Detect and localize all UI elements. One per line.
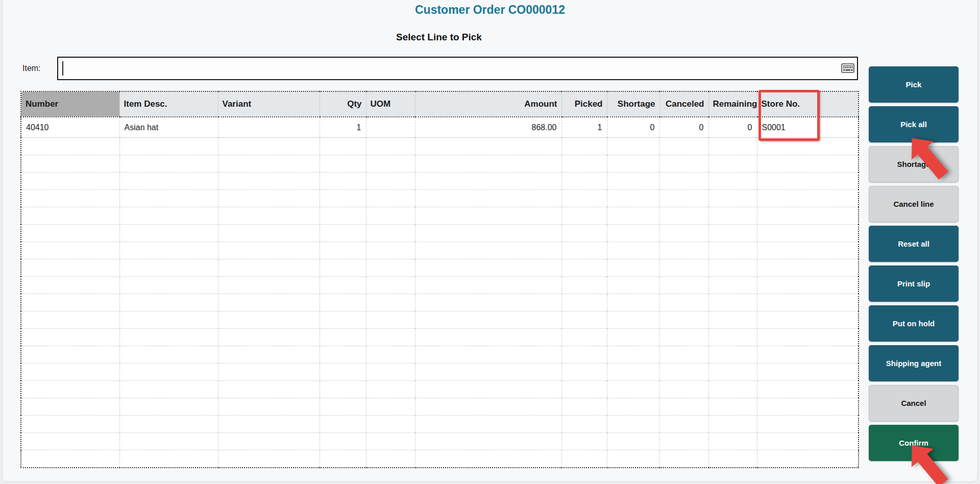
empty-cell (757, 277, 859, 294)
empty-cell (21, 242, 119, 259)
empty-cell (320, 346, 366, 364)
cell-picked[interactable]: 1 (561, 117, 607, 138)
empty-row (21, 155, 859, 173)
empty-cell (607, 277, 659, 294)
cell-variant[interactable] (218, 117, 320, 138)
col-header-qty[interactable]: Qty (320, 91, 366, 117)
empty-cell (218, 225, 320, 242)
empty-cell (757, 381, 859, 398)
empty-cell (21, 398, 119, 416)
empty-cell (366, 138, 415, 155)
empty-cell (708, 398, 757, 416)
pick-button[interactable]: Pick (869, 66, 959, 103)
empty-cell (415, 259, 561, 277)
cell-uom[interactable] (366, 117, 415, 138)
empty-cell (366, 450, 415, 468)
keyboard-icon[interactable] (841, 63, 854, 75)
col-header-canceled[interactable]: Canceled (659, 91, 708, 117)
cell-number[interactable]: 40410 (21, 117, 119, 138)
empty-cell (415, 225, 561, 242)
col-header-amount[interactable]: Amount (415, 91, 561, 117)
empty-cell (320, 155, 366, 173)
table-row[interactable]: 40410Asian hat1868.001000S0001 (21, 117, 859, 138)
empty-cell (607, 259, 659, 277)
cell-store-no[interactable]: S0001 (757, 117, 859, 138)
cancel-line-button[interactable]: Cancel line (869, 186, 959, 222)
empty-cell (21, 294, 119, 311)
empty-cell (659, 173, 708, 190)
cell-amount[interactable]: 868.00 (415, 117, 561, 138)
empty-cell (708, 155, 757, 173)
empty-cell (21, 346, 119, 364)
empty-cell (218, 381, 320, 398)
empty-cell (21, 433, 119, 450)
col-header-picked[interactable]: Picked (561, 91, 607, 117)
col-header-remaining[interactable]: Remaining (708, 91, 757, 117)
pick-all-button[interactable]: Pick all (869, 106, 959, 142)
empty-cell (659, 433, 708, 450)
empty-cell (218, 346, 320, 364)
empty-cell (607, 416, 659, 433)
empty-cell (561, 381, 607, 398)
empty-cell (415, 207, 561, 225)
empty-cell (708, 294, 757, 311)
empty-cell (366, 329, 415, 346)
cell-canceled[interactable]: 0 (659, 117, 708, 138)
cell-shortage[interactable]: 0 (607, 117, 659, 138)
empty-cell (366, 364, 415, 381)
empty-cell (21, 190, 119, 207)
grid-body: 40410Asian hat1868.001000S0001 (21, 117, 859, 468)
empty-cell (415, 155, 561, 173)
empty-cell (659, 190, 708, 207)
empty-row (21, 398, 859, 416)
empty-cell (659, 259, 708, 277)
confirm-button[interactable]: Confirm (869, 425, 959, 461)
empty-cell (366, 190, 415, 207)
empty-cell (21, 173, 119, 190)
empty-row (21, 173, 859, 190)
empty-cell (320, 364, 366, 381)
empty-cell (708, 242, 757, 259)
empty-cell (119, 294, 218, 311)
empty-cell (757, 207, 859, 225)
cell-item-desc[interactable]: Asian hat (119, 117, 218, 138)
empty-cell (561, 173, 607, 190)
empty-cell (659, 138, 708, 155)
item-input[interactable] (57, 57, 858, 80)
empty-cell (607, 450, 659, 468)
cell-remaining[interactable]: 0 (708, 117, 757, 138)
empty-cell (21, 416, 119, 433)
shortage-button[interactable]: Shortage (869, 146, 959, 182)
col-header-variant[interactable]: Variant (218, 91, 320, 117)
empty-row (21, 416, 859, 433)
reset-all-button[interactable]: Reset all (869, 226, 959, 262)
section-title: Select Line to Pick (0, 32, 878, 43)
shipping-agent-button[interactable]: Shipping agent (869, 345, 959, 381)
col-header-number[interactable]: Number (21, 91, 119, 117)
empty-cell (21, 259, 119, 277)
empty-cell (415, 311, 561, 329)
empty-cell (708, 329, 757, 346)
col-header-uom[interactable]: UOM (366, 91, 415, 117)
empty-cell (218, 364, 320, 381)
empty-cell (320, 207, 366, 225)
cancel-button[interactable]: Cancel (869, 385, 959, 421)
empty-cell (561, 294, 607, 311)
col-header-item-desc[interactable]: Item Desc. (119, 91, 218, 117)
print-slip-button[interactable]: Print slip (869, 265, 959, 302)
empty-row (21, 364, 859, 381)
col-header-store-no[interactable]: Store No. (757, 91, 859, 117)
empty-cell (21, 329, 119, 346)
empty-cell (119, 138, 218, 155)
empty-cell (757, 138, 859, 155)
empty-row (21, 381, 859, 398)
empty-cell (218, 138, 320, 155)
col-header-shortage[interactable]: Shortage (607, 91, 659, 117)
cell-qty[interactable]: 1 (320, 117, 366, 138)
empty-cell (366, 277, 415, 294)
empty-cell (659, 242, 708, 259)
put-on-hold-button[interactable]: Put on hold (869, 305, 959, 342)
empty-cell (218, 207, 320, 225)
empty-cell (366, 416, 415, 433)
empty-cell (659, 294, 708, 311)
